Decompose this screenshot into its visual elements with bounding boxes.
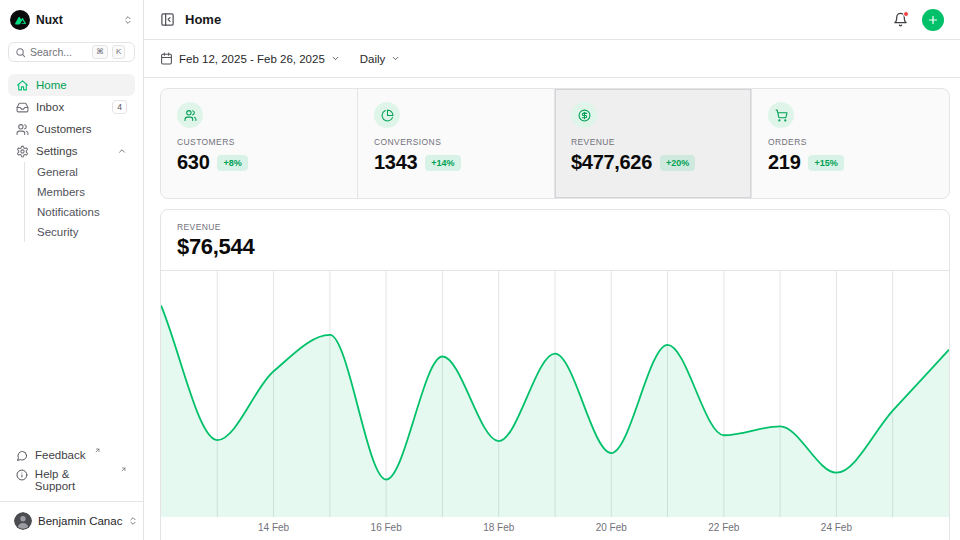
sidebar-footer: Feedback Help & Support Benjamin Canac [8,446,135,532]
home-icon [16,79,29,92]
revenue-area-chart[interactable] [161,271,949,517]
settings-submenu: General Members Notifications Security [24,162,135,242]
kbd-cmd: ⌘ [92,45,108,59]
info-circle-icon [16,469,28,481]
help-support-label: Help & Support [35,468,112,492]
sidebar-item-label: Customers [36,123,92,135]
main-area: Home Feb 12, 2025 - Feb 26, 2025 Daily [144,0,960,540]
search-input[interactable]: ⌘ K [8,42,135,62]
stat-card-revenue[interactable]: REVENUE $477,626 +20% [555,89,752,198]
panel-left-icon [160,12,175,27]
notifications-button[interactable] [893,12,908,27]
stat-label: CUSTOMERS [177,137,341,147]
page-title: Home [185,12,221,27]
filters-toolbar: Feb 12, 2025 - Feb 26, 2025 Daily [144,40,960,78]
dollar-circle-icon [578,109,591,122]
header-actions [893,9,944,31]
page-header: Home [144,0,960,40]
sidebar-item-members[interactable]: Members [25,182,135,202]
stat-label: CONVERSIONS [374,137,538,147]
divider [0,501,143,502]
sidebar-nav: Home Inbox 4 Customers Settings General [8,74,135,242]
add-button[interactable] [922,9,944,31]
sidebar-item-inbox[interactable]: Inbox 4 [8,96,135,118]
sidebar-item-settings[interactable]: Settings [8,140,135,162]
sidebar-item-label: Inbox [36,101,64,113]
stat-delta-badge: +15% [808,155,843,171]
chevron-down-icon [391,53,400,65]
feedback-link[interactable]: Feedback [8,446,135,465]
x-axis-label: 20 Feb [596,522,627,533]
page-content: CUSTOMERS 630 +8% CONVERSIONS 1343 +14% [144,78,960,540]
stats-panel: CUSTOMERS 630 +8% CONVERSIONS 1343 +14% [160,88,950,199]
sidebar-toggle-button[interactable] [160,12,175,27]
granularity-label: Daily [360,53,386,65]
chevron-down-icon [331,53,340,65]
gear-icon [16,145,29,158]
stat-card-conversions[interactable]: CONVERSIONS 1343 +14% [358,89,555,198]
stat-value: $477,626 [571,151,652,174]
sidebar-item-notifications[interactable]: Notifications [25,202,135,222]
chart-x-axis: 14 Feb16 Feb18 Feb20 Feb22 Feb24 Feb [161,517,949,539]
stat-label: ORDERS [768,137,933,147]
workspace-switcher[interactable]: Nuxt [8,8,135,32]
granularity-select[interactable]: Daily [360,53,401,65]
plus-icon [927,14,939,26]
search-field[interactable] [30,46,88,58]
chart-svg [161,271,949,517]
stat-delta-badge: +8% [217,155,247,171]
sidebar: Nuxt ⌘ K Home Inbox 4 Customers [0,0,144,540]
sidebar-item-customers[interactable]: Customers [8,118,135,140]
chevron-up-icon [117,146,127,156]
stat-card-customers[interactable]: CUSTOMERS 630 +8% [161,89,358,198]
stat-card-orders[interactable]: ORDERS 219 +15% [752,89,949,198]
search-icon [15,47,26,58]
nuxt-logo-icon [10,10,30,30]
workspace-name: Nuxt [36,13,63,27]
stat-label: REVENUE [571,137,735,147]
stat-delta-badge: +14% [425,155,460,171]
users-icon [16,123,29,136]
date-range-label: Feb 12, 2025 - Feb 26, 2025 [179,53,325,65]
chevron-up-down-icon [128,516,138,526]
date-range-picker[interactable]: Feb 12, 2025 - Feb 26, 2025 [160,52,340,65]
avatar [14,512,32,530]
notification-dot [903,11,909,17]
feedback-label: Feedback [35,449,86,461]
cart-icon [775,109,788,122]
pie-chart-icon [381,109,394,122]
users-icon [184,109,197,122]
revenue-chart-card: REVENUE $76,544 14 Feb16 Feb18 Feb20 Feb… [160,209,950,540]
stat-value: 630 [177,151,209,174]
x-axis-label: 22 Feb [708,522,739,533]
external-link-icon [120,466,127,473]
sidebar-item-label: Home [36,79,67,91]
calendar-icon [160,52,173,65]
inbox-icon [16,101,29,114]
chat-bubble-icon [16,450,28,462]
help-support-link[interactable]: Help & Support [8,465,135,495]
kbd-k: K [112,45,125,59]
stat-delta-badge: +20% [660,155,695,171]
stat-value: 1343 [374,151,417,174]
x-axis-label: 16 Feb [371,522,402,533]
sidebar-item-security[interactable]: Security [25,222,135,242]
chevron-up-down-icon [123,15,133,25]
chart-value: $76,544 [177,234,933,260]
x-axis-label: 14 Feb [258,522,289,533]
x-axis-label: 24 Feb [821,522,852,533]
inbox-count-badge: 4 [112,100,127,114]
user-name: Benjamin Canac [38,515,122,527]
x-axis-label: 18 Feb [483,522,514,533]
sidebar-item-home[interactable]: Home [8,74,135,96]
sidebar-item-label: Settings [36,145,78,157]
user-menu[interactable]: Benjamin Canac [8,508,135,532]
external-link-icon [94,447,101,454]
sidebar-item-general[interactable]: General [25,162,135,182]
stat-value: 219 [768,151,800,174]
app-window: Nuxt ⌘ K Home Inbox 4 Customers [0,0,960,540]
chart-label: REVENUE [177,222,933,232]
chart-header: REVENUE $76,544 [161,210,949,271]
